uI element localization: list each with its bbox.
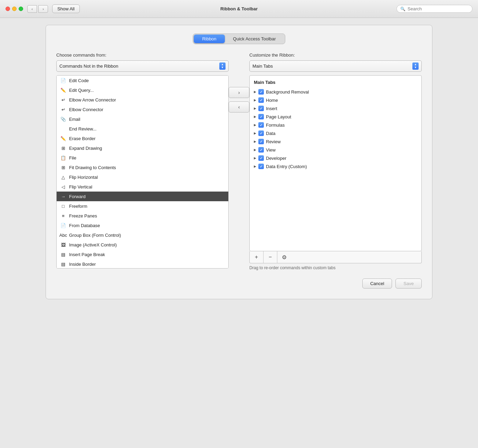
commands-dropdown[interactable]: Commands Not in the Ribbon ▲ ▼ (56, 60, 229, 72)
tree-expand-arrow-icon: ▶ (254, 123, 256, 127)
list-item-icon: ⊞ (60, 164, 66, 171)
transfer-buttons-col: › ‹ (229, 52, 249, 113)
list-item[interactable]: ⊞Expand Drawing (57, 143, 228, 153)
tree-item[interactable]: ▶✓Developer (250, 154, 421, 162)
remove-tab-button[interactable]: − (264, 251, 277, 263)
checkmark-icon: ✓ (260, 98, 262, 102)
tree-item[interactable]: ▶✓Review (250, 137, 421, 146)
settings-button[interactable]: ⚙ (277, 251, 291, 263)
tree-item-checkbox[interactable]: ✓ (258, 155, 264, 161)
tree-expand-arrow-icon: ▶ (254, 90, 256, 94)
tree-item-label: Data (266, 131, 275, 136)
search-input[interactable] (408, 6, 469, 11)
list-item[interactable]: ↵Elbow Connector (57, 105, 228, 114)
list-item-label: Elbow Connector (69, 107, 225, 112)
list-item-label: Flip Horizontal (69, 175, 225, 180)
list-item[interactable]: 📄From Database (57, 221, 228, 230)
nav-back-button[interactable]: ‹ (27, 5, 37, 13)
save-button[interactable]: Save (395, 279, 422, 289)
list-item[interactable]: ⊞Fit Drawing to Contents (57, 163, 228, 172)
list-item[interactable]: △Flip Horizontal (57, 172, 228, 182)
tree-item-checkbox[interactable]: ✓ (258, 106, 264, 111)
list-item-icon: 📄 (60, 222, 66, 228)
close-button[interactable] (6, 7, 10, 11)
show-all-button[interactable]: Show All (52, 4, 80, 13)
tree-item-checkbox[interactable]: ✓ (258, 164, 264, 169)
list-item[interactable]: ◁Flip Vertical (57, 182, 228, 192)
tree-toolbar: +−⚙ (249, 251, 422, 263)
list-item[interactable]: AbcGroup Box (Form Control) (57, 230, 228, 240)
add-tab-button[interactable]: + (250, 251, 264, 263)
drag-hint: Drag to re-order commands within custom … (249, 265, 422, 270)
list-item[interactable]: ▤Insert Page Break (57, 250, 228, 259)
list-item[interactable]: ✏️Erase Border (57, 134, 228, 143)
tree-expand-arrow-icon: ▶ (254, 107, 256, 110)
list-item[interactable]: ✏️Edit Query... (57, 85, 228, 95)
tree-item[interactable]: ▶✓Formulas (250, 121, 421, 129)
nav-forward-button[interactable]: › (38, 5, 48, 13)
tree-item-label: Formulas (266, 123, 285, 128)
list-item-label: File (69, 155, 225, 160)
nav-buttons: ‹ › (27, 5, 48, 13)
cancel-button[interactable]: Cancel (362, 279, 392, 289)
tree-item[interactable]: ▶✓Data (250, 129, 421, 137)
list-item[interactable]: →Forward (57, 192, 228, 201)
ribbon-dropdown-value: Main Tabs (252, 64, 273, 69)
tree-item-checkbox[interactable]: ✓ (258, 139, 264, 144)
search-box[interactable]: 🔍 (396, 5, 472, 13)
tab-quick-access[interactable]: Quick Access Toolbar (225, 35, 284, 43)
tree-expand-arrow-icon: ▶ (254, 140, 256, 143)
list-item[interactable]: End Review... (57, 124, 228, 134)
ribbon-toolbar-dialog: Ribbon Quick Access Toolbar Choose comma… (46, 25, 432, 299)
tree-item-checkbox[interactable]: ✓ (258, 130, 264, 136)
list-item-label: Edit Query... (69, 88, 225, 93)
checkmark-icon: ✓ (260, 123, 262, 127)
tree-item-checkbox[interactable]: ✓ (258, 97, 264, 103)
tree-item[interactable]: ▶✓Page Layout (250, 113, 421, 121)
tree-item-label: Home (266, 98, 278, 103)
list-item-icon: Abc (60, 232, 66, 238)
search-icon: 🔍 (400, 7, 405, 11)
add-to-ribbon-button[interactable]: › (229, 87, 249, 98)
list-item-label: Email (69, 117, 225, 122)
list-item-icon: ✏️ (60, 87, 66, 93)
maximize-button[interactable] (19, 7, 23, 11)
tab-ribbon[interactable]: Ribbon (194, 35, 224, 43)
list-item[interactable]: 📋File (57, 153, 228, 163)
list-item[interactable]: ▤Inside Border (57, 259, 228, 269)
list-item-label: From Database (69, 223, 225, 228)
commands-list[interactable]: 📄Edit Code✏️Edit Query...↵Elbow Arrow Co… (56, 75, 229, 269)
list-item-label: Insert Page Break (69, 252, 225, 257)
tree-item-label: Developer (266, 156, 286, 161)
tree-item[interactable]: ▶✓Background Removal (250, 88, 421, 96)
list-item[interactable]: ≡Freeze Panes (57, 211, 228, 221)
list-item[interactable]: □Freeform (57, 201, 228, 211)
list-item-icon: → (60, 193, 66, 199)
tree-expand-arrow-icon: ▶ (254, 165, 256, 168)
list-item[interactable]: ↵Elbow Arrow Connector (57, 95, 228, 105)
list-item-icon: 🖼 (60, 242, 66, 248)
tree-item[interactable]: ▶✓Insert (250, 104, 421, 113)
ribbon-dropdown[interactable]: Main Tabs ▲ ▼ (249, 60, 422, 72)
tree-item-checkbox[interactable]: ✓ (258, 122, 264, 128)
tree-item-checkbox[interactable]: ✓ (258, 114, 264, 119)
list-item-label: Freeform (69, 204, 225, 209)
checkmark-icon: ✓ (260, 156, 262, 160)
tree-item[interactable]: ▶✓Data Entry (Custom) (250, 162, 421, 171)
list-item-label: Forward (69, 194, 225, 199)
tree-item[interactable]: ▶✓Home (250, 96, 421, 104)
remove-from-ribbon-button[interactable]: ‹ (229, 101, 249, 113)
tree-item-label: Insert (266, 106, 277, 111)
list-item[interactable]: 📎Email (57, 114, 228, 124)
ribbon-tree[interactable]: Main Tabs ▶✓Background Removal▶✓Home▶✓In… (249, 75, 422, 251)
tree-item-label: Page Layout (266, 114, 291, 119)
tree-item[interactable]: ▶✓View (250, 146, 421, 154)
ribbon-dropdown-arrows: ▲ ▼ (412, 62, 419, 70)
tree-item-checkbox[interactable]: ✓ (258, 147, 264, 153)
list-item-icon: ✏️ (60, 135, 66, 142)
tree-item-checkbox[interactable]: ✓ (258, 89, 264, 95)
minimize-button[interactable] (12, 7, 17, 11)
list-item[interactable]: 📄Edit Code (57, 76, 228, 85)
left-col-label: Choose commands from: (56, 52, 229, 58)
list-item[interactable]: 🖼Image (ActiveX Control) (57, 240, 228, 250)
